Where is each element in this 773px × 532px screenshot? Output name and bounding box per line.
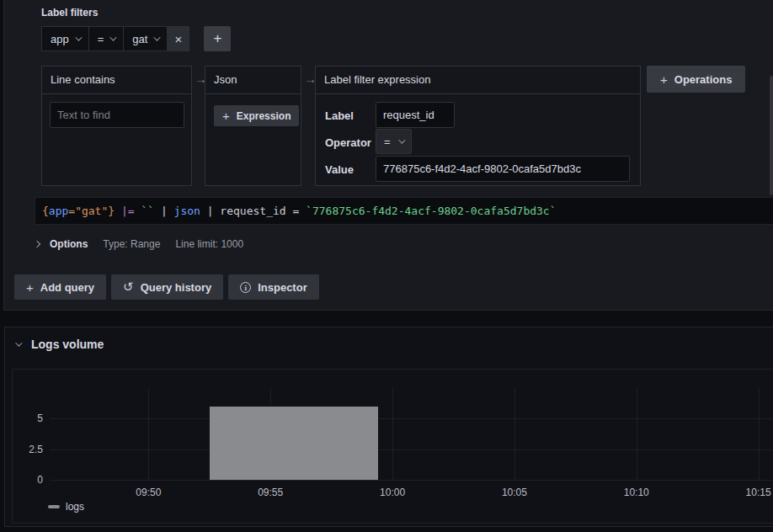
code-token — [115, 205, 121, 217]
label-filter-pill-group: app = gat × + — [41, 26, 231, 51]
add-query-button[interactable]: + Add query — [14, 274, 106, 300]
code-token: { — [42, 205, 49, 217]
plus-icon: + — [26, 280, 34, 295]
label-name-select[interactable]: app — [41, 26, 89, 51]
x-axis-tick-label: 10:15 — [733, 487, 773, 498]
gridline-horizontal — [50, 418, 773, 419]
line-contains-card: Line contains — [41, 66, 192, 186]
label-filters-heading: Label filters — [41, 7, 98, 19]
code-token: | — [200, 205, 220, 217]
chevron-right-icon — [34, 241, 40, 247]
options-row[interactable]: Options Type: Range Line limit: 1000 — [35, 238, 243, 250]
inspector-label: Inspector — [258, 281, 307, 294]
operator-select[interactable]: = — [376, 129, 412, 154]
plus-icon: + — [222, 109, 230, 123]
chevron-down-icon — [154, 34, 161, 40]
query-history-label: Query history — [141, 281, 212, 294]
label-field-label: Label — [325, 109, 354, 122]
label-value-select[interactable]: gat — [123, 26, 168, 51]
query-history-button[interactable]: ↺ Query history — [111, 274, 223, 300]
value-field-input[interactable] — [376, 156, 630, 182]
logs-volume-bar[interactable] — [210, 407, 378, 480]
gridline-vertical — [514, 388, 515, 480]
query-code-preview[interactable]: {app="gat"} |= `` | json | request_id = … — [35, 197, 773, 225]
history-icon: ↺ — [123, 279, 134, 295]
code-token: |= — [121, 205, 135, 217]
label-filter-expression-title: Label filter expression — [316, 66, 640, 94]
legend-swatch-logs — [48, 505, 60, 508]
label-operator-select[interactable]: = — [88, 26, 125, 51]
json-title: Json — [205, 66, 301, 94]
close-icon: × — [174, 32, 182, 46]
line-contains-input[interactable] — [50, 102, 184, 128]
x-axis-tick-label: 09:55 — [245, 487, 296, 498]
chart-legend-item-logs[interactable]: logs — [48, 501, 84, 513]
y-axis-tick-label: 5 — [18, 412, 43, 424]
code-token: `776875c6-f4d2-4acf-9802-0cafa5d7bd3c` — [306, 205, 556, 217]
y-axis-tick-label: 2.5 — [18, 444, 43, 455]
label-name-value: app — [51, 33, 69, 45]
scrollbar-thumb[interactable] — [770, 76, 773, 195]
plus-icon: + — [660, 72, 668, 87]
gridline-vertical — [637, 388, 637, 480]
code-token: request_id = — [220, 205, 306, 217]
y-axis-tick-label: 0 — [18, 474, 43, 486]
gridline-vertical — [392, 388, 393, 480]
code-token: | — [154, 205, 173, 217]
code-token: } — [108, 205, 115, 217]
line-contains-title: Line contains — [42, 66, 191, 94]
chevron-down-icon — [109, 34, 116, 40]
gridline-vertical — [759, 388, 760, 480]
chevron-down-icon — [75, 34, 82, 40]
line-limit-label: Line limit: 1000 — [175, 238, 243, 250]
gridline-horizontal — [50, 480, 773, 481]
label-field-input[interactable] — [376, 102, 455, 128]
operator-field-label: Operator — [325, 136, 371, 149]
logs-volume-header[interactable]: Logs volume — [15, 338, 104, 351]
query-editor-section: Label filters app = gat × + Line contain… — [3, 0, 773, 311]
json-card: Json + Expression — [205, 66, 301, 186]
query-toolbar: + Add query ↺ Query history i Inspector — [14, 274, 319, 300]
collapse-chevron-icon — [15, 339, 22, 346]
add-label-filter-button[interactable]: + — [204, 26, 231, 51]
logs-volume-title: Logs volume — [31, 338, 104, 351]
label-value-value: gat — [132, 33, 147, 45]
inspector-button[interactable]: i Inspector — [228, 274, 319, 300]
x-axis-tick-label: 10:00 — [367, 487, 418, 498]
query-type-label: Type: Range — [103, 238, 160, 250]
options-label: Options — [50, 238, 88, 250]
info-icon: i — [240, 282, 251, 293]
label-filter-expression-card: Label filter expression Label Operator =… — [315, 66, 641, 186]
x-axis-tick-label: 10:05 — [489, 487, 540, 498]
code-token: "gat" — [75, 205, 108, 217]
add-expression-label: Expression — [237, 110, 291, 122]
value-field-label: Value — [325, 163, 354, 176]
x-axis-tick-label: 09:50 — [123, 487, 173, 498]
chevron-down-icon — [398, 136, 405, 143]
remove-label-filter-button[interactable]: × — [167, 26, 189, 51]
x-axis-tick-label: 10:10 — [611, 487, 662, 498]
code-token: app — [49, 205, 68, 217]
operations-label: Operations — [674, 73, 733, 86]
add-expression-button[interactable]: + Expression — [214, 105, 299, 126]
legend-label-logs: logs — [66, 501, 84, 513]
label-operator-value: = — [98, 33, 104, 45]
code-token: `` — [141, 205, 154, 217]
plus-icon: + — [213, 30, 221, 46]
add-query-label: Add query — [40, 281, 94, 294]
gridline-horizontal — [50, 450, 773, 450]
logs-volume-panel: Logs volume logs 02.5509:5009:5510:0010:… — [4, 327, 773, 527]
gridline-vertical — [148, 388, 149, 480]
operator-value: = — [384, 136, 391, 148]
operations-button[interactable]: + Operations — [647, 66, 745, 93]
code-token: = — [68, 205, 75, 217]
logs-volume-chart[interactable]: logs 02.5509:5009:5510:0010:0510:1010:15 — [12, 369, 773, 524]
code-token: json — [174, 205, 200, 217]
